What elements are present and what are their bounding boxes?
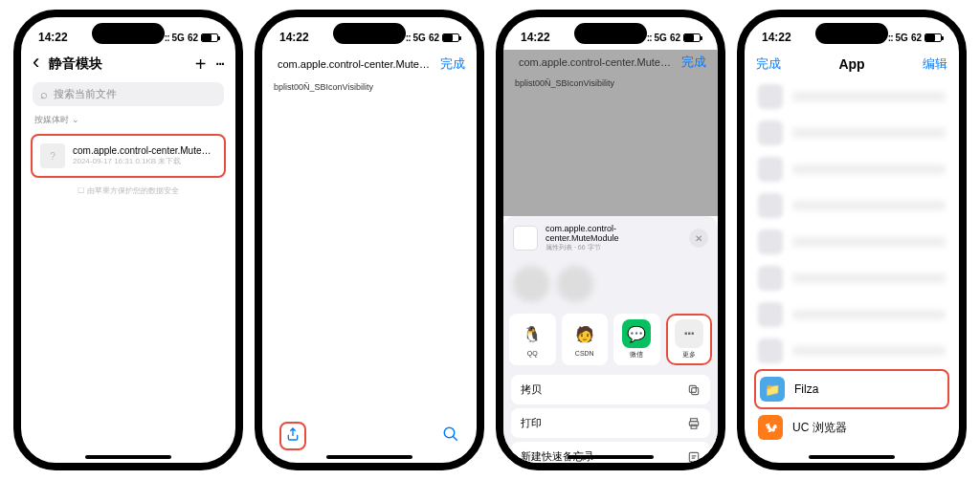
wechat-icon: 💬 — [622, 319, 651, 348]
status-time: 14:22 — [38, 31, 68, 44]
nav-bar: 静音模块 — [21, 50, 235, 78]
share-file-name: com.apple.control-center.MuteModule — [546, 224, 681, 243]
share-button-highlight — [279, 422, 306, 450]
home-indicator[interactable] — [809, 455, 895, 459]
share-app-more[interactable]: 更多 — [666, 314, 713, 365]
app-row-blurred[interactable] — [745, 260, 959, 296]
csdn-icon: 🧑 — [570, 319, 599, 348]
preview-background — [503, 92, 718, 216]
app-row-filza[interactable]: 📁 Filza — [760, 375, 944, 404]
signal-icon: :: — [406, 33, 411, 43]
notch — [333, 23, 406, 44]
phone-1-file-browser: 14:22 :: 5G 62 静音模块 搜索当前文件 按媒体时 ⌄ ? com.… — [13, 10, 243, 470]
battery-text: 62 — [670, 33, 680, 43]
share-app-csdn[interactable]: 🧑 CSDN — [562, 314, 609, 365]
status-time: 14:22 — [521, 31, 550, 44]
notch — [815, 23, 888, 44]
nav-bar: com.apple.control-center.MuteModu... 完成 — [503, 50, 718, 75]
note-icon — [687, 450, 701, 464]
page-title: App — [781, 56, 923, 72]
document-title: com.apple.control-center.MuteModu... — [274, 58, 440, 70]
svg-rect-1 — [692, 387, 699, 394]
file-meta: 2024-09-17 16:31 0.1KB 未下载 — [73, 156, 216, 166]
share-app-row: 🐧 QQ 🧑 CSDN 💬 微信 更多 — [503, 308, 718, 371]
bottom-toolbar — [262, 419, 477, 453]
svg-point-0 — [444, 427, 455, 438]
copy-icon — [687, 383, 701, 397]
footer-security-note: 由苹果方保护您的数据安全 — [21, 185, 235, 196]
share-app-qq[interactable]: 🐧 QQ — [509, 314, 556, 365]
search-icon — [40, 87, 48, 101]
signal-icon: :: — [647, 33, 652, 43]
search-placeholder: 搜索当前文件 — [54, 87, 117, 101]
edit-button[interactable]: 编辑 — [923, 55, 947, 73]
qq-icon: 🐧 — [518, 319, 546, 348]
share-app-wechat[interactable]: 💬 微信 — [613, 314, 660, 365]
file-item[interactable]: ? com.apple.control-center.MuteModule.pl… — [31, 134, 226, 178]
done-button[interactable]: 完成 — [681, 54, 706, 71]
home-indicator[interactable] — [326, 455, 412, 459]
print-icon — [687, 417, 701, 430]
file-thumbnail-icon: ? — [40, 143, 65, 168]
sort-label: 按媒体时 ⌄ — [34, 114, 79, 126]
battery-text: 62 — [911, 33, 922, 43]
app-row-uc-browser[interactable]: 🐿 UC 浏览器 — [745, 409, 959, 446]
app-row-blurred[interactable] — [745, 296, 959, 333]
share-header: com.apple.control-center.MuteModule 属性列表… — [503, 216, 718, 260]
file-content: bplist00Ñ_SBIconVisibility — [503, 75, 718, 92]
share-icon[interactable] — [285, 425, 301, 447]
share-file-meta: 属性列表 · 66 字节 — [546, 243, 681, 252]
phone-4-app-picker: 14:22 :: 5G 62 完成 App 编辑 📁 Filza 🐿 UC 浏览… — [737, 10, 967, 470]
phone-2-text-viewer: 14:22 :: 5G 62 com.apple.control-center.… — [255, 10, 484, 470]
filza-highlight: 📁 Filza — [754, 369, 949, 409]
svg-rect-2 — [689, 385, 696, 392]
status-time: 14:22 — [762, 31, 791, 44]
file-name: com.apple.control-center.MuteModule.plis… — [73, 145, 216, 156]
battery-text: 62 — [429, 33, 439, 43]
file-content: bplist00Ñ_SBIconVisibility — [262, 78, 477, 96]
action-copy[interactable]: 拷贝 — [511, 375, 710, 404]
back-button[interactable] — [33, 57, 39, 72]
done-button[interactable]: 完成 — [440, 55, 465, 73]
home-indicator[interactable] — [85, 455, 171, 459]
add-button[interactable] — [195, 54, 207, 76]
battery-icon — [201, 33, 218, 42]
battery-icon — [442, 33, 459, 42]
app-list: 📁 Filza 🐿 UC 浏览器 — [745, 78, 959, 446]
home-indicator[interactable] — [568, 455, 654, 459]
nav-bar: com.apple.control-center.MuteModu... 完成 — [262, 50, 477, 78]
app-row-blurred[interactable] — [745, 115, 959, 151]
app-row-blurred[interactable] — [745, 78, 959, 115]
filza-icon: 📁 — [760, 377, 785, 402]
battery-icon — [924, 33, 942, 42]
notch — [574, 23, 647, 44]
notch — [92, 23, 165, 44]
signal-icon: :: — [165, 33, 169, 43]
sort-control[interactable]: 按媒体时 ⌄ — [21, 110, 235, 130]
battery-icon — [683, 33, 701, 42]
app-row-blurred[interactable] — [745, 151, 959, 187]
network-label: 5G — [413, 33, 426, 43]
airdrop-contact[interactable] — [513, 266, 549, 302]
app-row-blurred[interactable] — [745, 187, 959, 224]
more-button[interactable] — [215, 56, 224, 72]
uc-browser-icon: 🐿 — [758, 415, 783, 440]
share-sheet: com.apple.control-center.MuteModule 属性列表… — [503, 216, 718, 470]
more-icon — [675, 319, 703, 348]
network-label: 5G — [896, 33, 908, 43]
page-title: 静音模块 — [49, 55, 102, 73]
shield-icon — [78, 186, 84, 195]
status-time: 14:22 — [279, 31, 309, 44]
network-label: 5G — [655, 33, 667, 43]
airdrop-contact[interactable] — [557, 266, 593, 302]
app-row-blurred[interactable] — [745, 333, 959, 369]
phone-3-share-sheet: 14:22 :: 5G 62 com.apple.control-center.… — [496, 10, 725, 470]
done-button[interactable]: 完成 — [756, 55, 781, 73]
app-name: Filza — [794, 382, 818, 396]
svg-rect-6 — [689, 452, 698, 461]
search-input[interactable]: 搜索当前文件 — [33, 82, 224, 106]
action-print[interactable]: 打印 — [511, 408, 710, 438]
close-share-button[interactable]: ✕ — [689, 229, 708, 248]
app-row-blurred[interactable] — [745, 224, 959, 260]
search-button[interactable] — [442, 425, 459, 447]
